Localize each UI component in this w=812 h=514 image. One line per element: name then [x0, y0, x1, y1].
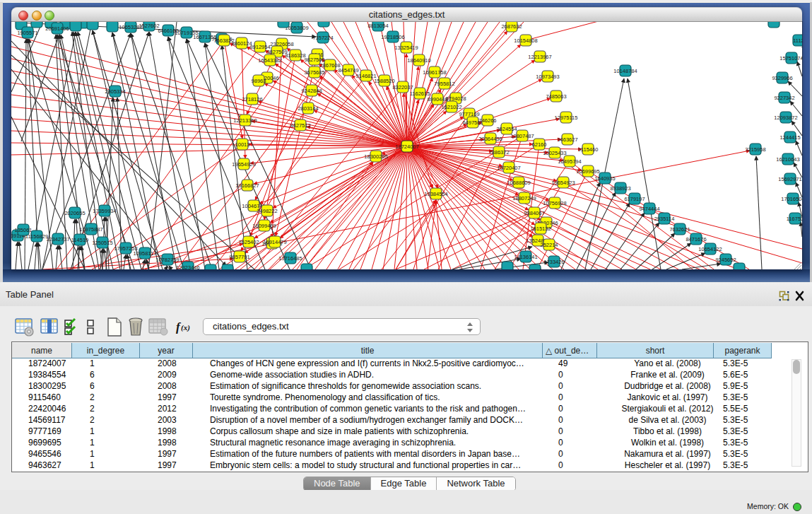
svg-text:(x): (x): [181, 323, 190, 332]
